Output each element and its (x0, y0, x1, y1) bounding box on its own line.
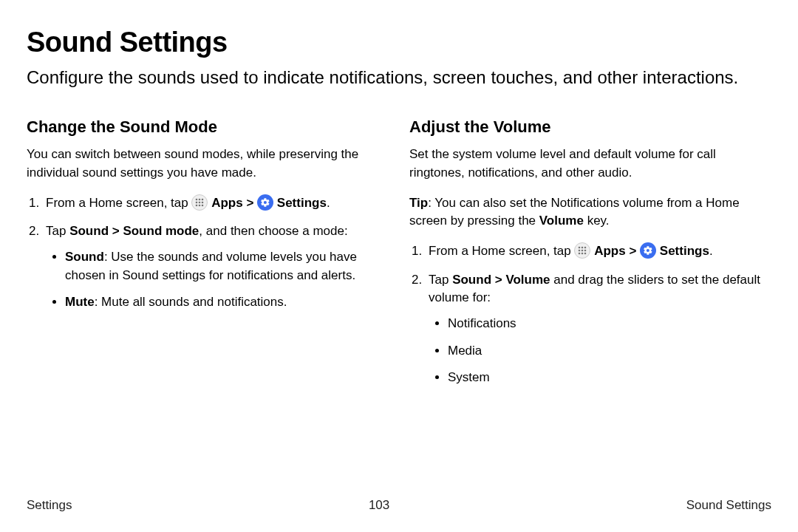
tip-volume-key: Volume (539, 214, 584, 228)
svg-point-4 (199, 202, 201, 204)
svg-point-5 (202, 202, 204, 204)
section-heading-sound-mode: Change the Sound Mode (27, 117, 389, 137)
svg-point-3 (196, 202, 198, 204)
step-2-suffix: , and then choose a mode: (199, 224, 347, 238)
step-1-suffix: . (327, 196, 330, 210)
apps-icon (574, 242, 590, 259)
chevron: > (626, 244, 640, 258)
bullet-sound-text: : Use the sounds and volume levels you h… (65, 250, 357, 282)
settings-label: Settings (660, 244, 709, 258)
settings-icon (257, 194, 273, 211)
steps-sound-mode: From a Home screen, tap Apps > Settings.… (27, 194, 389, 312)
step-2-prefix: Tap (46, 224, 69, 238)
footer-left: Settings (27, 498, 72, 513)
chevron: > (243, 196, 257, 210)
step-1: From a Home screen, tap Apps > Settings. (426, 242, 771, 261)
bullet-sound-bold: Sound (65, 250, 104, 264)
bullet-notifications: Notifications (448, 315, 771, 333)
svg-point-7 (199, 205, 201, 207)
svg-point-11 (584, 247, 587, 249)
mode-bullets: Sound: Use the sounds and volume levels … (46, 248, 389, 312)
step-1: From a Home screen, tap Apps > Settings. (43, 194, 389, 213)
step-2-bold: Sound > Sound mode (69, 224, 199, 238)
page-footer: Settings 103 Sound Settings (27, 498, 771, 513)
column-left: Change the Sound Mode You can switch bet… (27, 117, 389, 397)
section-intro-volume: Set the system volume level and default … (409, 146, 771, 182)
svg-point-15 (579, 253, 581, 255)
footer-right: Sound Settings (686, 498, 771, 513)
svg-point-1 (199, 199, 201, 201)
step-1-prefix: From a Home screen, tap (46, 196, 191, 210)
bullet-mute-text: : Mute all sounds and notifications. (95, 295, 287, 309)
footer-page-number: 103 (369, 498, 389, 513)
section-heading-volume: Adjust the Volume (409, 117, 771, 137)
bullet-media: Media (448, 342, 771, 361)
svg-point-13 (582, 250, 584, 252)
section-intro-sound-mode: You can switch between sound modes, whil… (27, 146, 389, 182)
svg-point-16 (582, 253, 584, 255)
column-right: Adjust the Volume Set the system volume … (409, 117, 771, 397)
svg-point-2 (202, 199, 204, 201)
bullet-mute-bold: Mute (65, 295, 95, 309)
apps-icon (191, 194, 208, 211)
svg-point-9 (579, 247, 581, 249)
apps-label: Apps (594, 244, 626, 258)
svg-point-14 (584, 250, 587, 252)
step-2: Tap Sound > Volume and drag the sliders … (426, 271, 771, 387)
content-columns: Change the Sound Mode You can switch bet… (27, 117, 771, 397)
bullet-mute: Mute: Mute all sounds and notifications. (65, 293, 389, 312)
step-2: Tap Sound > Sound mode, and then choose … (43, 222, 389, 312)
svg-point-17 (584, 253, 587, 255)
settings-label: Settings (277, 196, 327, 210)
tip-suffix: key. (584, 214, 610, 228)
step-2-prefix: Tap (429, 273, 452, 287)
steps-volume: From a Home screen, tap Apps > Settings.… (409, 242, 771, 387)
svg-point-8 (202, 205, 204, 207)
step-2-bold: Sound > Volume (452, 273, 550, 287)
settings-icon (640, 242, 656, 259)
page-intro: Configure the sounds used to indicate no… (27, 66, 751, 89)
tip-text: Tip: You can also set the Notifications … (409, 194, 771, 231)
svg-point-0 (196, 199, 198, 201)
step-1-suffix: . (709, 244, 713, 258)
tip-bold: Tip (409, 196, 428, 210)
apps-label: Apps (211, 196, 243, 210)
svg-point-12 (579, 250, 581, 252)
page-title: Sound Settings (27, 27, 771, 58)
svg-point-10 (582, 247, 584, 249)
bullet-system: System (448, 369, 771, 387)
step-1-prefix: From a Home screen, tap (429, 244, 574, 258)
volume-bullets: Notifications Media System (429, 315, 771, 387)
svg-point-6 (196, 205, 198, 207)
bullet-sound: Sound: Use the sounds and volume levels … (65, 248, 389, 284)
